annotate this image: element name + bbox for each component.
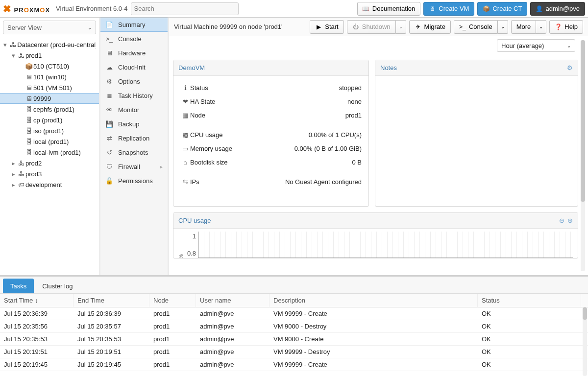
subnav-backup[interactable]: 💾Backup: [100, 117, 168, 131]
tasks-scrollbar[interactable]: [583, 307, 587, 376]
more-caret[interactable]: ⌄: [536, 20, 546, 34]
task-row[interactable]: Jul 15 20:19:51Jul 15 20:19:51prod1admin…: [0, 346, 588, 358]
tree-item-local[interactable]: 🗄local (prod1): [0, 136, 99, 147]
tree-node-label: local (prod1): [33, 138, 69, 145]
subnav-icon: >_: [105, 35, 113, 43]
tree-node-icon: 🗄: [24, 106, 33, 113]
tree-node-label: prod3: [25, 170, 42, 178]
chevron-down-icon: ⌄: [501, 24, 505, 29]
more-button[interactable]: More: [511, 20, 537, 34]
tree-item-101[interactable]: 🖥101 (win10): [0, 71, 99, 82]
tab-cluster-log[interactable]: Cluster log: [35, 279, 80, 293]
subnav-summary[interactable]: 📄Summary: [100, 18, 168, 32]
tree-node-prod1[interactable]: ▾🖧prod1: [0, 50, 99, 61]
tree-node-development[interactable]: ▸🏷development: [0, 179, 99, 190]
timerange-label: Hour (average): [501, 42, 544, 49]
user-icon: 👤: [536, 5, 542, 12]
plus-circle-icon[interactable]: ⊕: [567, 217, 573, 224]
tree-node-icon: 🖧: [17, 160, 25, 167]
col-description[interactable]: Description: [270, 294, 478, 307]
resource-tree: ▾🖧Datacenter (prod-eu-central)▾🖧prod1📦51…: [0, 37, 99, 275]
col-status[interactable]: Status: [478, 294, 581, 307]
tree-node-icon: 🗄: [24, 127, 33, 135]
tree-item-iso[interactable]: 🗄iso (prod1): [0, 125, 99, 136]
cell-end: Jul 15 20:36:39: [74, 307, 149, 320]
tree-item-99999[interactable]: 🖥99999: [0, 93, 99, 104]
timerange-select[interactable]: Hour (average) ⌄: [497, 39, 575, 52]
migrate-button[interactable]: ✈ Migrate: [409, 20, 451, 34]
subnav-icon: 🔓: [105, 177, 113, 185]
cell-node: prod1: [149, 358, 196, 371]
subnav-options[interactable]: ⚙Options: [100, 74, 168, 89]
tree-item-cephfs[interactable]: 🗄cephfs (prod1): [0, 104, 99, 115]
start-button[interactable]: ▶ Start: [310, 20, 343, 34]
tree-node-icon: 🖥: [24, 73, 33, 81]
documentation-button[interactable]: 📖 Documentation: [357, 2, 420, 16]
notes-body[interactable]: [375, 76, 578, 203]
subnav-monitor[interactable]: 👁Monitor: [100, 103, 168, 117]
col-node[interactable]: Node: [149, 294, 196, 307]
cell-node: prod1: [149, 346, 196, 358]
minus-circle-icon[interactable]: ⊖: [559, 217, 564, 224]
help-button[interactable]: ❓ Help: [549, 20, 583, 34]
task-row[interactable]: Jul 15 20:36:39Jul 15 20:36:39prod1admin…: [0, 307, 588, 320]
cell-user: admin@pve: [196, 358, 270, 371]
chevron-down-icon: ⌄: [539, 24, 543, 29]
subnav-cloud-init[interactable]: ☁Cloud-Init: [100, 60, 168, 74]
console-caret[interactable]: ⌄: [498, 20, 508, 34]
task-row[interactable]: Jul 15 20:35:53Jul 15 20:35:53prod1admin…: [0, 333, 588, 346]
subnav-snapshots[interactable]: ↺Snapshots: [100, 145, 168, 160]
tree-node-label: 501 (VM 501): [33, 84, 72, 92]
tree-node-icon: 🖥: [24, 95, 33, 102]
subnav-replication[interactable]: ⇄Replication: [100, 131, 168, 145]
subnav-task-history[interactable]: ≣Task History: [100, 89, 168, 103]
tree-node-prod2[interactable]: ▸🖧prod2: [0, 158, 99, 168]
task-row[interactable]: Jul 15 20:35:56Jul 15 20:35:57prod1admin…: [0, 320, 588, 333]
power-icon: ⏻: [352, 24, 359, 30]
console-button[interactable]: >_ Console: [454, 20, 498, 34]
tree-node-icon: 🖧: [17, 52, 25, 59]
search-input[interactable]: [131, 2, 239, 15]
tree-node-prod3[interactable]: ▸🖧prod3: [0, 168, 99, 179]
cell-user: admin@pve: [196, 333, 270, 345]
tree-twisty-icon: ▸: [10, 170, 17, 178]
create-vm-button[interactable]: 🖥 Create VM: [423, 2, 474, 16]
cell-status: OK: [478, 358, 581, 371]
cell-node: prod1: [149, 333, 196, 345]
view-selector-label: Server View: [7, 24, 42, 31]
tree-node-label: 510 (CT510): [33, 63, 69, 70]
tree-item-local-lvm[interactable]: 🗄local-lvm (prod1): [0, 147, 99, 158]
status-row-label: Memory usage: [190, 145, 254, 152]
task-row[interactable]: Jul 15 20:19:45Jul 15 20:19:45prod1admin…: [0, 358, 588, 371]
tree-item-cp[interactable]: 🗄cp (prod1): [0, 115, 99, 125]
chevron-down-icon: ⌄: [88, 25, 92, 30]
cell-end: Jul 15 20:19:45: [74, 358, 149, 371]
gear-icon[interactable]: ⚙: [567, 64, 573, 71]
tasks-header: Start Time↓ End Time Node User name Desc…: [0, 293, 588, 307]
status-row: ▭Memory usage0.00% (0 B of 1.00 GiB): [180, 141, 362, 155]
subnav-icon: 🛡: [105, 163, 113, 170]
subnav-hardware[interactable]: 🖥Hardware: [100, 46, 168, 60]
user-menu-button[interactable]: 👤 admin@pve: [530, 2, 585, 16]
shutdown-group: ⏻ Shutdown ⌄: [347, 20, 406, 34]
view-selector[interactable]: Server View ⌄: [3, 21, 96, 34]
tree-item-501[interactable]: 🖥501 (VM 501): [0, 82, 99, 93]
shutdown-button[interactable]: ⏻ Shutdown: [347, 20, 396, 34]
shutdown-caret[interactable]: ⌄: [396, 20, 406, 34]
subnav-label: Summary: [118, 21, 146, 28]
tree-item-510[interactable]: 📦510 (CT510): [0, 61, 99, 71]
subnav-console[interactable]: >_Console: [100, 32, 168, 46]
subnav-firewall[interactable]: 🛡Firewall▸: [100, 160, 168, 174]
tree-node-icon: 🖧: [9, 41, 18, 48]
subnav-permissions[interactable]: 🔓Permissions: [100, 174, 168, 188]
main-scrollbar[interactable]: [581, 40, 585, 271]
col-end-time[interactable]: End Time: [74, 294, 149, 307]
status-row-value: 0.00% (0 B of 1.00 GiB): [254, 145, 362, 152]
cell-end: Jul 15 20:35:57: [74, 320, 149, 332]
tree-datacenter[interactable]: ▾🖧Datacenter (prod-eu-central): [0, 39, 99, 50]
tree-node-label: 99999: [33, 95, 51, 102]
col-user[interactable]: User name: [196, 294, 270, 307]
tab-tasks[interactable]: Tasks: [3, 279, 34, 293]
col-start-time[interactable]: Start Time↓: [0, 294, 74, 307]
create-ct-button[interactable]: 📦 Create CT: [477, 2, 527, 16]
